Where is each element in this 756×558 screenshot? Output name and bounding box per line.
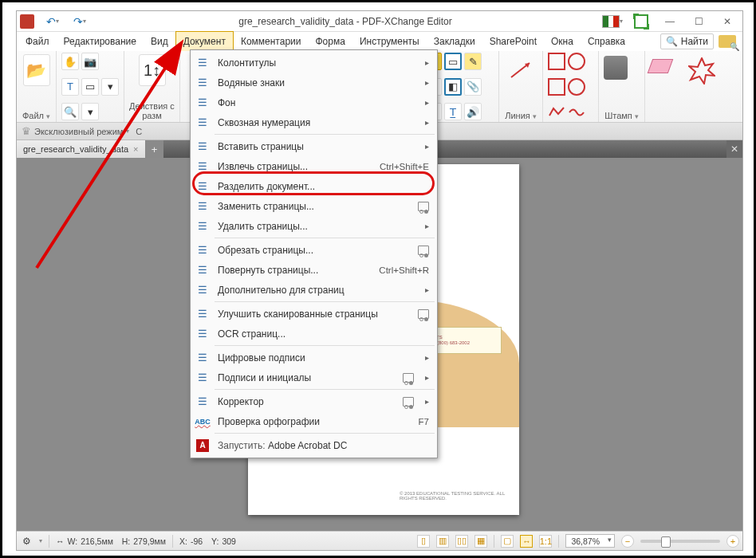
menu-comments[interactable]: Комментарии — [234, 32, 309, 51]
close-button[interactable]: ✕ — [714, 13, 741, 30]
cart-icon — [403, 373, 414, 383]
menu-item-дополнительно-для-страниц[interactable]: ☰Дополнительно для страниц▸ — [191, 280, 437, 300]
maximize-button[interactable]: ☐ — [685, 13, 712, 30]
menu-windows[interactable]: Окна — [544, 32, 581, 51]
menu-item-водяные-знаки[interactable]: ☰Водяные знаки▸ — [191, 73, 437, 92]
more-tool-icon[interactable]: ▾ — [101, 78, 119, 96]
cart-icon — [418, 246, 429, 255]
menu-view[interactable]: Вид — [144, 32, 175, 51]
menu-item-label: Проверка орфографии — [218, 416, 412, 427]
menu-item-label: Повернуть страницы... — [218, 265, 372, 276]
rect-shape-icon[interactable] — [548, 53, 565, 70]
burst-shape-icon[interactable] — [688, 57, 715, 84]
menu-item-icon: ☰ — [194, 94, 211, 112]
textbox-icon[interactable]: ▭ — [444, 53, 462, 70]
menu-item-подписи-и-инициалы[interactable]: ☰Подписи и инициалы▸ — [191, 367, 437, 387]
menu-form[interactable]: Форма — [308, 32, 352, 51]
note-icon[interactable]: ✎ — [464, 53, 482, 70]
layout-cont-icon[interactable]: ▥ — [436, 535, 449, 548]
layout-single-icon[interactable]: ▯ — [417, 535, 430, 548]
menu-item-улучшить-сканированные-страницы[interactable]: ☰Улучшить сканированные страницы — [191, 304, 437, 324]
zoom-slider[interactable] — [640, 540, 720, 543]
fit-page-icon[interactable]: ▢ — [501, 535, 514, 548]
callout-icon[interactable]: ◧ — [444, 78, 462, 96]
typewriter-icon[interactable]: T̲ — [444, 103, 462, 120]
ribbon-actions-label: Действия с разм — [129, 101, 175, 120]
menu-item-удалить-страницы-[interactable]: ☰Удалить страницы...▸ — [191, 216, 437, 236]
zoom-out-button[interactable]: − — [621, 535, 634, 548]
menu-document[interactable]: Документ — [175, 31, 234, 51]
zoom-value: 36,87% — [571, 536, 600, 546]
menu-item-извлечь-страницы-[interactable]: ☰Извлечь страницы...Ctrl+Shift+E — [191, 156, 437, 176]
redo-button[interactable]: ↷▾ — [68, 14, 92, 29]
fit-screen-button[interactable] — [628, 13, 655, 30]
menu-sharepoint[interactable]: SharePoint — [482, 32, 544, 51]
find-button[interactable]: 🔍 Найти — [660, 33, 714, 49]
snapshot-tool-icon[interactable]: 📷 — [81, 53, 99, 70]
line-tool-icon[interactable] — [507, 54, 534, 86]
file-open-icon[interactable]: 📂 — [23, 54, 50, 86]
page-footer-text: © 2013 EDUCATIONAL TESTING SERVICE. ALL … — [400, 491, 519, 501]
layout-two-icon[interactable]: ▯▯ — [455, 535, 468, 548]
sound-icon[interactable]: 🔊 — [464, 103, 482, 120]
eraser-icon[interactable] — [648, 59, 674, 73]
select-tool-icon[interactable]: ▭ — [81, 78, 99, 96]
search-folder-button[interactable] — [719, 35, 736, 48]
zoom-tool-icon[interactable]: 🔍 — [61, 103, 79, 120]
menu-item-колонтитулы[interactable]: ☰Колонтитулы▸ — [191, 53, 437, 73]
exclusive-mode-label: Эксклюзивный режим — [34, 127, 123, 136]
actions-icon[interactable]: 1↕ — [139, 54, 166, 86]
menu-item-заменить-страницы-[interactable]: ☰Заменить страницы... — [191, 196, 437, 216]
attach-icon[interactable]: 📎 — [464, 78, 482, 96]
menu-item-проверка-орфографии[interactable]: ABCПроверка орфографииF7 — [191, 411, 437, 431]
zoom-more-icon[interactable]: ▾ — [81, 103, 99, 120]
options-gear-icon[interactable]: ⚙ — [20, 535, 33, 548]
tab-close-icon[interactable]: × — [133, 144, 138, 154]
oval-shape-icon[interactable] — [568, 53, 585, 70]
menu-item-icon: ☰ — [194, 158, 211, 175]
menu-item-icon: ☰ — [194, 349, 211, 367]
menu-item-ocr-страниц-[interactable]: ☰OCR страниц... — [191, 324, 437, 344]
menu-edit[interactable]: Редактирование — [57, 32, 144, 51]
fit-actual-icon[interactable]: 1:1 — [539, 535, 552, 548]
ribbon-group-burst — [683, 51, 720, 122]
fit-width-icon[interactable]: ↔ — [520, 535, 533, 548]
app-icon — [20, 14, 34, 29]
layout-two-cont-icon[interactable]: ▦ — [474, 535, 487, 548]
menu-item-обрезать-страницы-[interactable]: ☰Обрезать страницы... — [191, 240, 437, 260]
menu-bookmarks[interactable]: Закладки — [427, 32, 482, 51]
menu-item-вставить-страницы[interactable]: ☰Вставить страницы▸ — [191, 136, 437, 156]
stamp-icon[interactable] — [604, 56, 628, 80]
menu-item-корректор[interactable]: ☰Корректор▸ — [191, 391, 437, 411]
hand-tool-icon[interactable]: ✋ — [61, 53, 79, 70]
menu-item-icon: ☰ — [194, 74, 211, 92]
text-tool-icon[interactable]: T — [61, 78, 79, 96]
menu-item-label: Разделить документ... — [218, 181, 429, 192]
document-tab[interactable]: gre_research_validity_data × — [17, 140, 146, 158]
menu-item-icon: ☰ — [194, 325, 211, 343]
menu-item-label: Сквозная нумерация — [218, 117, 414, 128]
menu-tools[interactable]: Инструменты — [352, 32, 427, 51]
minimize-button[interactable]: — — [656, 13, 683, 30]
tabstrip-close-button[interactable]: ✕ — [726, 140, 742, 158]
rect2-shape-icon[interactable] — [548, 78, 565, 96]
menu-item-цифровые-подписи[interactable]: ☰Цифровые подписи▸ — [191, 348, 437, 367]
zoom-combo[interactable]: 36,87% — [565, 534, 615, 548]
language-button[interactable]: ▾ — [599, 13, 626, 30]
undo-button[interactable]: ↶▾ — [41, 14, 65, 29]
ribbon-group-shapes — [543, 51, 599, 122]
menu-item-label: Фон — [218, 97, 414, 108]
tab-add-button[interactable]: + — [146, 140, 163, 158]
menu-item-label: Удалить страницы... — [218, 221, 414, 232]
menu-item-сквозная-нумерация[interactable]: ☰Сквозная нумерация▸ — [191, 112, 437, 132]
menu-item-adobe-acrobat-dc[interactable]: AЗапустить: Adobe Acrobat DC — [191, 435, 437, 455]
fit-icon — [634, 14, 648, 29]
menu-item-фон[interactable]: ☰Фон▸ — [191, 92, 437, 112]
menu-help[interactable]: Справка — [581, 32, 632, 51]
zoom-in-button[interactable]: + — [726, 535, 739, 548]
menu-item-label: Извлечь страницы... — [218, 161, 373, 172]
menu-file[interactable]: Файл — [18, 32, 57, 51]
menu-item-разделить-документ-[interactable]: ☰Разделить документ... — [191, 176, 437, 196]
menu-item-повернуть-страницы-[interactable]: ☰Повернуть страницы...Ctrl+Shift+R — [191, 260, 437, 280]
oval2-shape-icon[interactable] — [568, 78, 585, 96]
